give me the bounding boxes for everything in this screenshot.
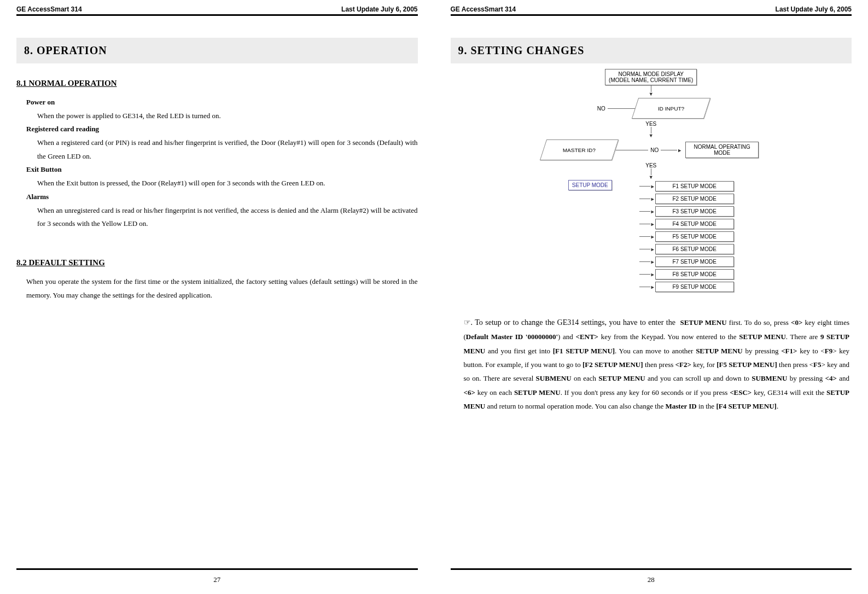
flow-label-yes: YES — [645, 121, 656, 127]
flow-decision-id-input: ID INPUT? — [635, 97, 707, 120]
subheading-normal-operation: 8.1 NORMAL OPERATION — [16, 79, 418, 88]
flow-label-no: NO — [597, 106, 605, 112]
item-body: When a registered card (or PIN) is read … — [37, 136, 418, 163]
page-left: GE AccessSmart 314 Last Update July 6, 2… — [0, 0, 434, 594]
operation-items: Power on When the power is applied to GE… — [26, 96, 418, 231]
footer-rule — [451, 568, 852, 570]
flow-menu-item: F1 SETUP MODE — [655, 181, 734, 191]
page-header: GE AccessSmart 314 Last Update July 6, 2… — [451, 5, 852, 16]
default-setting-text: When you operate the system for the firs… — [26, 275, 418, 302]
flow-menu-item: F8 SETUP MODE — [655, 269, 734, 279]
setup-instructions: ☞. To setup or to change the GE314 setti… — [451, 315, 852, 413]
flow-menu-item: F5 SETUP MODE — [655, 231, 734, 242]
item-title: Registered card reading — [26, 123, 418, 136]
footer-rule — [16, 568, 418, 570]
page-right: GE AccessSmart 314 Last Update July 6, 2… — [434, 0, 869, 594]
flow-normal-display: NORMAL MODE DISPLAY (MODEL NAME, CURRENT… — [605, 69, 697, 85]
section-heading-operation: 8. OPERATION — [16, 38, 418, 63]
flow-menu-item: F6 SETUP MODE — [655, 244, 734, 254]
item-title: Alarms — [26, 190, 418, 204]
hdr-right: Last Update July 6, 2005 — [776, 5, 852, 13]
flow-setup-mode: SETUP MODE — [568, 180, 612, 190]
page-number: 28 — [434, 575, 869, 584]
flow-menu-item: F4 SETUP MODE — [655, 219, 734, 229]
item-body: When an unregistered card is read or his… — [37, 204, 418, 231]
page-number: 27 — [0, 575, 434, 584]
flow-menu-item: F7 SETUP MODE — [655, 257, 734, 267]
flow-setup-mode-list: F1 SETUP MODE F2 SETUP MODE F3 SETUP MOD… — [639, 180, 734, 293]
flow-decision-master-id: MASTER ID? — [543, 138, 615, 161]
hdr-right: Last Update July 6, 2005 — [341, 5, 417, 13]
pointing-hand-icon: ☞. To setup or to change the GE314 setti… — [464, 318, 678, 327]
page-header: GE AccessSmart 314 Last Update July 6, 2… — [16, 5, 418, 16]
flow-label-yes: YES — [645, 162, 656, 168]
item-body: When the Exit button is pressed, the Doo… — [37, 177, 418, 190]
flow-normal-operating-mode: NORMAL OPERATING MODE — [685, 142, 759, 158]
item-title: Exit Button — [26, 163, 418, 177]
hdr-left: GE AccessSmart 314 — [451, 5, 516, 13]
flowchart: NORMAL MODE DISPLAY (MODEL NAME, CURRENT… — [498, 69, 804, 293]
flow-menu-item: F3 SETUP MODE — [655, 206, 734, 217]
flow-menu-item: F2 SETUP MODE — [655, 194, 734, 204]
flow-menu-item: F9 SETUP MODE — [655, 282, 734, 292]
flow-label-no: NO — [650, 147, 659, 153]
section-heading-setting-changes: 9. SETTING CHANGES — [451, 38, 852, 63]
item-title: Power on — [26, 96, 418, 109]
item-body: When the power is applied to GE314, the … — [37, 109, 418, 123]
subheading-default-setting: 8.2 DEFAULT SETTING — [16, 258, 418, 267]
hdr-left: GE AccessSmart 314 — [16, 5, 82, 13]
